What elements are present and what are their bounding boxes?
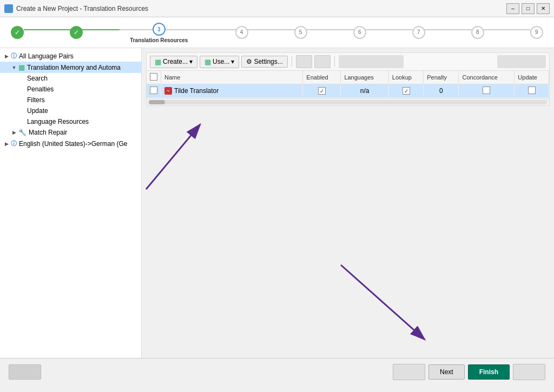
toolbar-separator-1 — [292, 56, 292, 67]
tree-lang-resources-label: Language Resources — [27, 118, 89, 125]
resources-table: Name Enabled Languages Lookup Penalty Co… — [147, 71, 549, 98]
progress-area: ✓ ✓ 3 Translation Resources 4 5 6 — [0, 17, 554, 48]
row-concordance-cell[interactable] — [459, 84, 515, 98]
row-lookup-check[interactable] — [403, 87, 410, 95]
header-check-box[interactable] — [150, 73, 157, 81]
scrollbar-thumb[interactable] — [149, 100, 165, 104]
tm-icon: ▦ — [18, 63, 25, 71]
header-penalty: Penalty — [424, 71, 459, 84]
step-3: 3 Translation Resources — [129, 23, 189, 43]
maximize-button[interactable]: □ — [522, 3, 535, 14]
cancel-placeholder[interactable] — [513, 364, 545, 380]
tree-match-repair[interactable]: ▶ 🔧 Match Repair — [0, 127, 141, 138]
step-2-circle: ✓ — [70, 26, 83, 39]
step-8-circle: 8 — [471, 26, 484, 39]
step-7-circle: 7 — [412, 26, 425, 39]
filters-expand — [19, 97, 26, 103]
lang-res-expand — [19, 118, 26, 125]
row-lookup-cell[interactable] — [388, 84, 423, 98]
step-4-circle: 4 — [235, 26, 248, 39]
lang-pair-expand: ▶ — [3, 141, 10, 147]
progress-steps: ✓ ✓ 3 Translation Resources 4 5 6 — [11, 23, 543, 43]
header-lookup: Lookup — [388, 71, 423, 84]
row-concordance-check[interactable] — [483, 87, 490, 94]
use-button[interactable]: ▦ Use... ▾ — [200, 56, 239, 68]
table-row[interactable]: ~ Tilde Translator n/a — [147, 84, 549, 98]
toolbar-placeholder-1[interactable] — [296, 55, 312, 68]
search-expand — [19, 75, 26, 82]
tree-lang-pair[interactable]: ▶ ⓘ English (United States)->German (Ge — [0, 138, 141, 149]
row-checkbox-cell[interactable] — [147, 84, 161, 98]
step-2: ✓ — [70, 26, 83, 41]
row-update-check[interactable] — [528, 87, 536, 94]
expand-icon: ▶ — [3, 53, 10, 59]
settings-button[interactable]: ⚙ Settings... — [241, 56, 287, 68]
window-title: Create a New Project - Translation Resou… — [16, 5, 148, 12]
step-3-label: Translation Resources — [129, 37, 189, 43]
header-concordance: Concordance — [459, 71, 515, 84]
tree-search[interactable]: Search — [0, 73, 141, 84]
tree-tm[interactable]: ▼ ▦ Translation Memory and Automa — [0, 62, 141, 73]
finish-button[interactable]: Finish — [468, 364, 510, 380]
bottom-placeholder-left[interactable] — [9, 364, 41, 380]
table-scrollbar[interactable] — [147, 98, 549, 105]
row-enabled-cell[interactable] — [303, 84, 341, 98]
tree-update[interactable]: Update — [0, 105, 141, 116]
app-icon — [4, 4, 13, 13]
row-name-cell: ~ Tilde Translator — [161, 84, 303, 98]
header-name: Name — [161, 71, 303, 84]
tilde-icon: ~ — [164, 87, 172, 95]
header-checkbox[interactable] — [147, 71, 161, 84]
match-repair-icon: 🔧 — [18, 129, 27, 136]
toolbar-separator-2 — [334, 56, 335, 67]
tree-penalties[interactable]: Penalties — [0, 84, 141, 95]
back-placeholder[interactable] — [393, 364, 425, 380]
toolbar-placeholder-2[interactable] — [314, 55, 331, 68]
tree-all-lang-pairs[interactable]: ▶ ⓘ All Language Pairs — [0, 50, 141, 62]
table-header-row: Name Enabled Languages Lookup Penalty Co… — [147, 71, 549, 84]
row-check-box[interactable] — [150, 87, 157, 94]
row-update-cell[interactable] — [515, 84, 549, 98]
penalties-expand — [19, 86, 26, 92]
update-expand — [19, 108, 26, 114]
header-enabled: Enabled — [303, 71, 341, 84]
row-languages-cell: n/a — [341, 84, 388, 98]
step-9-circle: 9 — [530, 26, 543, 39]
tree-filters[interactable]: Filters — [0, 95, 141, 105]
step-5: 5 — [294, 26, 307, 41]
tree-match-repair-label: Match Repair — [29, 129, 67, 136]
toolbar-placeholder-right — [497, 55, 546, 68]
create-dropdown-arrow: ▾ — [189, 58, 193, 65]
right-panel: ▦ Create... ▾ ▦ Use... ▾ ⚙ Settings... — [146, 52, 550, 106]
header-languages: Languages — [341, 71, 388, 84]
title-bar-controls: – □ ✕ — [506, 3, 550, 14]
row-enabled-check[interactable] — [318, 87, 326, 95]
step-1: ✓ — [11, 26, 24, 41]
step-6: 6 — [353, 26, 366, 41]
tree-search-label: Search — [27, 75, 48, 82]
toolbar-placeholder-wide — [339, 55, 404, 68]
use-icon: ▦ — [205, 58, 211, 66]
tree-update-label: Update — [27, 107, 48, 115]
lang-pair-info-icon: ⓘ — [11, 139, 17, 148]
right-panel-outer: ▦ Create... ▾ ▦ Use... ▾ ⚙ Settings... — [142, 48, 554, 358]
title-bar: Create a New Project - Translation Resou… — [0, 0, 554, 17]
scrollbar-track[interactable] — [149, 100, 547, 104]
create-button[interactable]: ▦ Create... ▾ — [150, 56, 197, 68]
title-bar-left: Create a New Project - Translation Resou… — [4, 4, 148, 13]
create-label: Create... — [163, 58, 188, 65]
step-1-circle: ✓ — [11, 26, 24, 39]
minimize-button[interactable]: – — [506, 3, 519, 14]
step-2-check: ✓ — [74, 29, 79, 36]
step-7: 7 — [412, 26, 425, 41]
bottom-bar: Next Finish — [0, 358, 554, 385]
info-icon: ⓘ — [11, 52, 17, 60]
sidebar: ▶ ⓘ All Language Pairs ▼ ▦ Translation M… — [0, 48, 142, 358]
create-icon: ▦ — [155, 58, 161, 66]
close-button[interactable]: ✕ — [537, 3, 550, 14]
match-repair-expand: ▶ — [11, 129, 17, 136]
next-button[interactable]: Next — [428, 364, 465, 380]
tree-lang-resources[interactable]: Language Resources — [0, 116, 141, 127]
tm-expand-icon: ▼ — [11, 64, 17, 71]
tree-lang-pair-label: English (United States)->German (Ge — [19, 140, 127, 148]
